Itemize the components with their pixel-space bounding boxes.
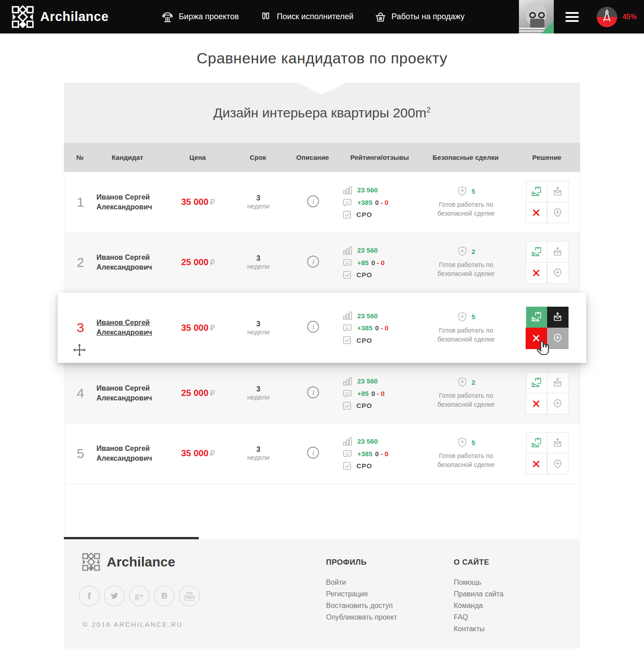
safe-deal-text: Готов работать по безопасной сделке [429,452,503,469]
bar-chart-icon [342,185,353,196]
add-location-button[interactable] [547,453,569,475]
table-row: 1 Иванов Сергей Александрович 35 000₽ 3 … [64,172,580,232]
vk-icon[interactable]: В [154,586,175,606]
hire-deal-button[interactable] [526,241,548,262]
send-message-button[interactable] [547,307,569,328]
youtube-icon[interactable]: YouTube [179,586,200,606]
shield-icon [457,377,468,387]
term-unit: недели [233,393,284,401]
footer-brand[interactable]: Archilance [82,553,175,571]
twitter-icon[interactable] [104,586,125,606]
reviews-separator: - [377,259,379,266]
add-location-button[interactable] [547,262,569,283]
brand[interactable]: Archilance [11,5,109,29]
reject-button[interactable] [526,453,547,475]
safe-deals-cell: 5 Готов работать по безопасной сделке [418,437,514,469]
add-location-button[interactable] [547,393,569,414]
footer-link-site-rules[interactable]: Правила сайта [454,588,503,600]
row-number: 5 [64,446,96,461]
column-header-ratings: Рейтинги/отзывы [342,154,418,161]
candidate-name-link[interactable]: Иванов Сергей Александрович [96,253,155,272]
send-message-button[interactable] [547,432,569,454]
term-unit: недели [233,454,284,461]
brand-name: Archilance [40,9,109,24]
pin-plus-icon [552,268,563,278]
footer-link-register[interactable]: Регистрация [326,588,397,600]
reject-button[interactable] [526,262,547,283]
sro-certificate: СРО [356,337,372,344]
checkbox-icon [342,210,352,220]
facebook-icon[interactable]: f [79,586,100,606]
decision-buttons [526,372,569,414]
candidate-name-link[interactable]: Иванов Сергей Александрович [96,383,155,403]
neutral-reviews: 0 [375,450,379,458]
reject-x-icon [531,459,541,469]
column-header-decision: Решение [514,154,580,161]
negative-reviews: 0 [385,450,388,458]
footer-link-contacts[interactable]: Контакты [454,623,503,635]
nav-label: Биржа проектов [179,12,238,21]
currency-sign: ₽ [210,258,215,267]
info-icon[interactable] [306,446,320,459]
nav-item-find-performers[interactable]: Поиск исполнителей [259,11,354,23]
footer-link-publish-project[interactable]: Опубликовать проект [326,612,397,623]
bar-chart-icon [342,245,353,256]
pin-plus-icon [552,399,563,409]
add-location-button[interactable] [547,202,569,223]
sro-certificate: СРО [356,211,372,218]
table-row: 3 Иванов Сергей Александрович 35 000₽ 3 … [58,292,586,363]
user-avatar[interactable] [519,0,554,33]
reject-button[interactable] [526,202,547,223]
bar-chart-icon [342,436,353,447]
footer-link-restore-access[interactable]: Востановить доступ [326,600,397,612]
nav-item-works-for-sale[interactable]: Работы на продажу [374,11,465,23]
reviews-separator: - [381,199,383,206]
price-cell: 25 000₽ [163,388,233,398]
nav-item-projects-exchange[interactable]: Биржа проектов [161,11,238,23]
shield-icon [457,312,468,322]
safe-deals-count: 5 [472,439,475,446]
table-header: № Кандидат Цена Срок Описание Рейтинги/о… [64,143,580,172]
deal-handshake-icon [531,186,542,197]
views-count: 23 560 [357,312,378,320]
footer-link-team[interactable]: Команда [454,600,503,612]
info-icon[interactable] [306,320,320,333]
send-message-button[interactable] [547,372,569,393]
reject-button[interactable] [526,393,547,414]
candidate-name-link[interactable]: Иванов Сергей Александрович [96,444,155,463]
hire-deal-button[interactable] [526,181,548,202]
term-value: 3 [233,385,284,393]
candidate-name-link[interactable]: Иванов Сергей Александрович [96,318,155,337]
reject-x-icon [531,208,541,217]
term-value: 3 [233,445,284,454]
pin-plus-icon [552,459,563,469]
negative-reviews: 0 [385,199,388,206]
candidate-name-link[interactable]: Иванов Сергей Александрович [96,192,155,212]
reviews-separator: - [377,390,379,397]
send-message-button[interactable] [547,241,569,262]
hire-deal-button[interactable] [526,307,548,328]
pin-plus-icon [552,208,563,218]
send-message-button[interactable] [547,181,569,202]
hire-deal-button[interactable] [526,372,548,393]
footer-link-login[interactable]: Войти [326,577,397,588]
hamburger-menu-icon[interactable] [565,12,579,22]
hire-deal-button[interactable] [526,432,548,454]
profile-progress-badge[interactable] [597,7,617,27]
project-band: Дизайн интерьера квартиры 200m2 [64,83,580,143]
send-mail-icon [552,438,563,448]
column-header-num: № [64,154,96,161]
google-plus-icon[interactable]: g+ [129,586,150,606]
footer-link-faq[interactable]: FAQ [454,612,503,623]
info-icon[interactable] [306,195,320,208]
row-number: 3 [64,320,96,335]
safe-deal-text: Готов работать по безопасной сделке [429,326,503,344]
info-icon[interactable] [306,386,320,399]
info-icon[interactable] [306,255,320,268]
bar-chart-icon [342,310,353,321]
decision-buttons [526,432,569,475]
positive-reviews: +85 [357,390,368,397]
footer: Archilance f g+ В YouTube © 2016 ARCHILA… [64,539,580,649]
drag-move-icon[interactable] [73,343,86,357]
footer-link-help[interactable]: Помощь [454,577,503,588]
